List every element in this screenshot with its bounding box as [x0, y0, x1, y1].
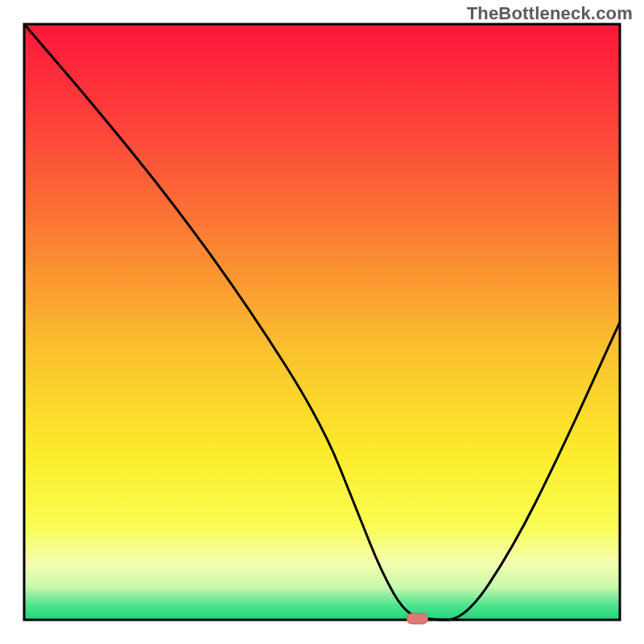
bottleneck-chart [0, 0, 644, 644]
watermark-text: TheBottleneck.com [467, 3, 633, 24]
chart-container: TheBottleneck.com [0, 0, 644, 644]
optimal-marker [407, 613, 427, 624]
plot-background [24, 24, 620, 620]
